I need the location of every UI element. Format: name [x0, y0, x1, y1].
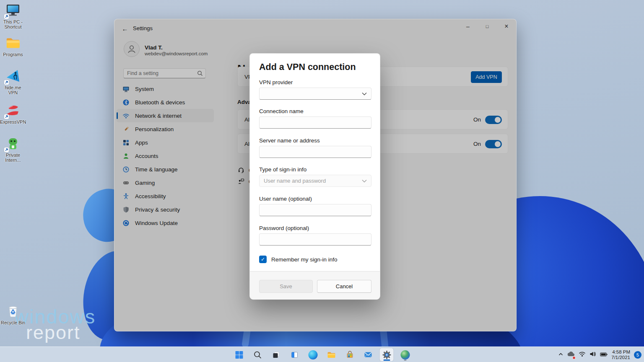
desktop-icon-label: Private Intern... — [0, 153, 26, 163]
remember-signin-label: Remember my sign-in info — [271, 256, 338, 263]
file-explorer-button[interactable] — [325, 348, 338, 361]
add-vpn-dialog: Add a VPN connection VPN provider Connec… — [249, 53, 380, 299]
wifi-icon — [579, 351, 586, 357]
running-app-indicator — [404, 359, 406, 361]
tray-date: 7/1/2021 — [611, 355, 630, 360]
wifi-tray-button[interactable] — [579, 351, 586, 359]
edge-button[interactable] — [306, 348, 320, 361]
desktop: windows report This PC - Shortcut — [0, 0, 644, 362]
mail-icon — [364, 350, 373, 359]
connection-name-label: Connection name — [259, 108, 304, 114]
connection-name-input[interactable] — [260, 117, 371, 128]
desktop-icon-this-pc[interactable]: This PC - Shortcut — [0, 3, 26, 29]
server-name-field — [259, 146, 371, 158]
system-tray: 4:58 PM 7/1/2021 5 — [558, 347, 641, 362]
chevron-down-icon — [362, 179, 367, 183]
username-label: User name (optional) — [259, 196, 312, 202]
tray-time: 4:58 PM — [612, 349, 630, 354]
connection-name-field — [259, 116, 371, 129]
task-view-button[interactable] — [269, 348, 283, 361]
recycle-bin-icon — [5, 303, 21, 319]
check-icon: ✓ — [261, 256, 265, 262]
settings-gear-icon — [382, 350, 391, 359]
store-icon — [345, 351, 354, 359]
signin-type-dropdown[interactable]: User name and password — [259, 175, 371, 187]
shortcut-arrow-icon — [4, 147, 9, 152]
notification-count: 5 — [636, 352, 639, 357]
server-name-label: Server name or address — [259, 137, 320, 144]
globe-app-button[interactable] — [398, 348, 412, 361]
edge-icon — [308, 350, 317, 359]
vpn-provider-dropdown[interactable] — [259, 88, 371, 100]
password-input[interactable] — [260, 234, 371, 245]
store-button[interactable] — [343, 348, 357, 361]
chevron-up-icon — [558, 352, 564, 357]
remember-signin-row: ✓ Remember my sign-in info — [259, 256, 338, 263]
desktop-icon-label: This PC - Shortcut — [0, 19, 26, 29]
widgets-icon — [290, 351, 299, 359]
vpn-provider-label: VPN provider — [259, 79, 293, 85]
desktop-icon-label: Recycle Bin — [0, 320, 26, 325]
settings-taskbar-button[interactable] — [380, 348, 394, 361]
notification-badge[interactable]: 5 — [634, 351, 641, 359]
start-button[interactable] — [232, 348, 246, 361]
dialog-title: Add a VPN connection — [259, 62, 356, 72]
desktop-icon-label: hide.me VPN — [0, 85, 26, 95]
shortcut-arrow-icon — [4, 114, 9, 119]
onedrive-tray-button[interactable] — [567, 351, 575, 359]
cancel-button[interactable]: Cancel — [317, 280, 371, 293]
active-app-indicator — [383, 359, 390, 361]
expressvpn-icon — [5, 103, 21, 119]
desktop-icon-label: ExpressVPN — [0, 119, 26, 124]
desktop-icon-private-internet-access[interactable]: Private Intern... — [0, 136, 26, 163]
signin-type-value: User name and password — [264, 178, 326, 184]
username-input[interactable] — [260, 204, 371, 216]
pia-robot-icon — [5, 136, 21, 152]
tray-clock[interactable]: 4:58 PM 7/1/2021 — [611, 349, 630, 360]
password-field — [259, 233, 371, 246]
password-label: Password (optional) — [259, 225, 309, 231]
taskbar: 4:58 PM 7/1/2021 5 — [0, 346, 644, 362]
desktop-icon-hideme-vpn[interactable]: hide.me VPN — [0, 68, 26, 95]
desktop-icon-recycle-bin[interactable]: Recycle Bin — [0, 303, 26, 325]
hideme-vpn-icon — [5, 68, 21, 84]
desktop-icon-expressvpn[interactable]: ExpressVPN — [0, 103, 26, 124]
volume-icon — [589, 351, 596, 357]
battery-icon — [600, 352, 608, 357]
watermark-report: report — [26, 322, 80, 344]
remember-signin-checkbox[interactable]: ✓ — [259, 256, 267, 263]
widgets-button[interactable] — [288, 348, 301, 361]
battery-tray-button[interactable] — [600, 351, 608, 359]
tray-chevron-up[interactable] — [558, 351, 564, 359]
search-icon — [253, 351, 262, 359]
file-explorer-icon — [327, 350, 336, 359]
task-view-icon — [272, 351, 280, 359]
this-pc-icon — [5, 3, 21, 18]
volume-tray-button[interactable] — [589, 351, 596, 359]
start-icon — [234, 350, 244, 359]
shortcut-arrow-icon — [4, 80, 9, 85]
dialog-footer: Save Cancel — [250, 271, 380, 300]
chevron-down-icon — [362, 92, 367, 96]
signin-type-label: Type of sign-in info — [259, 166, 306, 173]
username-field — [259, 204, 371, 216]
mail-button[interactable] — [361, 348, 375, 361]
desktop-icon-programs[interactable]: Programs — [0, 35, 26, 57]
shortcut-arrow-icon — [4, 14, 9, 19]
alert-badge — [572, 356, 576, 359]
globe-icon — [400, 350, 410, 359]
desktop-icon-label: Programs — [0, 52, 26, 57]
taskbar-search-button[interactable] — [251, 348, 265, 361]
server-name-input[interactable] — [260, 146, 371, 158]
folder-icon — [5, 35, 21, 51]
save-button[interactable]: Save — [259, 280, 313, 293]
